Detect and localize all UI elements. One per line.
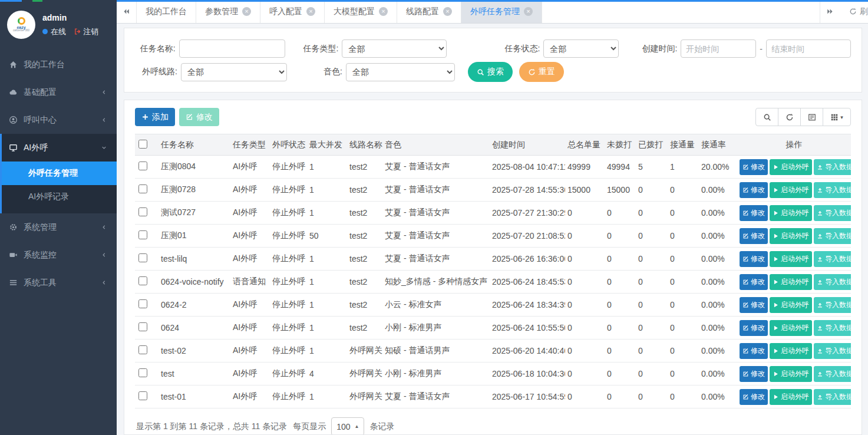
close-icon[interactable]: × <box>443 7 452 16</box>
table-cell: 1 <box>307 179 347 202</box>
table-cell: 停止外呼 <box>270 156 307 179</box>
sidebar-item-system-monitor[interactable]: 系统监控 <box>0 241 117 269</box>
sidebar-item-ai-outbound-records[interactable]: AI外呼记录 <box>2 185 117 209</box>
caret-down-icon: ▾ <box>840 114 843 120</box>
row-import-data-button[interactable]: 导入数据 <box>814 343 851 359</box>
close-icon[interactable]: × <box>306 7 315 16</box>
sidebar-menu: 我的工作台 基础配置 呼叫中心 AI外呼 外呼任 <box>0 51 117 435</box>
row-import-data-button[interactable]: 导入数据 <box>814 366 851 382</box>
row-import-data-button[interactable]: 导入数据 <box>814 274 851 290</box>
sidebar-item-workspace[interactable]: 我的工作台 <box>0 51 117 78</box>
close-icon[interactable]: × <box>379 7 388 16</box>
row-edit-button[interactable]: 修改 <box>740 297 768 313</box>
select-all-checkbox[interactable] <box>138 140 147 149</box>
row-edit-button[interactable]: 修改 <box>740 366 768 382</box>
avatar[interactable]: eazy callcenter 360 <box>7 11 35 39</box>
row-start-outbound-button[interactable]: 启动外呼 <box>770 159 812 175</box>
refresh-page-button[interactable]: 刷新 <box>840 0 868 23</box>
edit-icon <box>186 113 193 121</box>
row-checkbox[interactable] <box>138 345 147 354</box>
row-start-outbound-button[interactable]: 启动外呼 <box>770 366 812 382</box>
row-edit-button[interactable]: 修改 <box>740 159 768 175</box>
row-import-data-button[interactable]: 导入数据 <box>814 297 851 313</box>
table-columns-button[interactable]: ▾ <box>823 108 851 126</box>
table-cell: 0 <box>605 385 636 408</box>
row-checkbox[interactable] <box>138 162 147 170</box>
table-cell: test2 <box>347 317 382 340</box>
task-status-select[interactable]: 全部 <box>543 39 619 58</box>
row-start-outbound-button[interactable]: 启动外呼 <box>770 297 812 313</box>
scroll-tabs-left-button[interactable] <box>117 0 137 23</box>
row-checkbox[interactable] <box>138 184 147 193</box>
row-checkbox[interactable] <box>138 253 147 262</box>
tab-param-mgmt[interactable]: 参数管理 × <box>196 0 260 23</box>
page-size-select[interactable]: 100 ▲ <box>331 417 364 435</box>
close-icon[interactable]: × <box>524 7 533 16</box>
row-edit-button[interactable]: 修改 <box>740 320 768 336</box>
end-time-input[interactable] <box>766 39 851 58</box>
row-start-outbound-button[interactable]: 启动外呼 <box>770 182 812 198</box>
add-button[interactable]: 添加 <box>135 108 175 126</box>
row-start-outbound-button[interactable]: 启动外呼 <box>770 343 812 359</box>
row-start-outbound-button[interactable]: 启动外呼 <box>770 274 812 290</box>
tab-my-workspace[interactable]: 我的工作台 <box>137 0 196 23</box>
search-button[interactable]: 搜索 <box>468 62 513 82</box>
table-cell: 0 <box>668 362 699 385</box>
row-checkbox[interactable] <box>138 391 147 400</box>
voice-select[interactable]: 全部 <box>346 63 455 81</box>
row-edit-button[interactable]: 修改 <box>740 389 768 405</box>
sidebar-item-ai-outbound[interactable]: AI外呼 <box>2 134 117 162</box>
table-refresh-button[interactable] <box>778 108 801 126</box>
sidebar-item-outbound-task-mgmt[interactable]: 外呼任务管理 <box>2 162 117 185</box>
row-edit-button[interactable]: 修改 <box>740 343 768 359</box>
task-type-select[interactable]: 全部 <box>342 39 446 58</box>
start-time-input[interactable] <box>681 39 756 58</box>
task-name-input[interactable] <box>179 39 285 58</box>
row-edit-button[interactable]: 修改 <box>740 205 768 221</box>
table-cell: 0 <box>636 385 668 408</box>
row-checkbox[interactable] <box>138 230 147 239</box>
row-checkbox[interactable] <box>138 207 147 216</box>
logout-button[interactable]: 注销 <box>74 27 98 37</box>
row-start-outbound-button[interactable]: 启动外呼 <box>770 251 812 267</box>
row-start-outbound-button[interactable]: 启动外呼 <box>770 228 812 244</box>
row-import-data-button[interactable]: 导入数据 <box>814 320 851 336</box>
row-edit-button[interactable]: 修改 <box>740 182 768 198</box>
row-checkbox[interactable] <box>138 276 147 285</box>
reset-button[interactable]: 重置 <box>519 62 564 82</box>
table-cell: AI外呼 <box>230 340 270 362</box>
row-import-data-button[interactable]: 导入数据 <box>814 205 851 221</box>
row-edit-button[interactable]: 修改 <box>740 274 768 290</box>
row-start-outbound-button[interactable]: 启动外呼 <box>770 205 812 221</box>
table-cell: 2025-06-26 16:36:06 <box>490 248 565 271</box>
row-import-data-button[interactable]: 导入数据 <box>814 251 851 267</box>
sidebar-item-basic-config[interactable]: 基础配置 <box>0 78 117 106</box>
sidebar-item-system-tools[interactable]: 系统工具 <box>0 269 117 296</box>
row-edit-button[interactable]: 修改 <box>740 228 768 244</box>
row-checkbox[interactable] <box>138 368 147 377</box>
tab-inbound-config[interactable]: 呼入配置 × <box>260 0 325 23</box>
scroll-tabs-right-button[interactable] <box>820 0 840 23</box>
row-import-data-button[interactable]: 导入数据 <box>814 389 851 405</box>
outbound-line-select[interactable]: 全部 <box>181 63 287 81</box>
sidebar-item-system-mgmt[interactable]: 系统管理 <box>0 213 117 241</box>
close-icon[interactable]: × <box>242 7 251 16</box>
row-start-outbound-button[interactable]: 启动外呼 <box>770 389 812 405</box>
row-checkbox[interactable] <box>138 322 147 331</box>
tab-llm-config[interactable]: 大模型配置 × <box>325 0 397 23</box>
tab-line-config[interactable]: 线路配置 × <box>397 0 461 23</box>
table-detail-view-button[interactable] <box>800 108 823 126</box>
per-page-prefix: 每页显示 <box>293 421 326 432</box>
row-import-data-button[interactable]: 导入数据 <box>814 182 851 198</box>
table-cell: 2025-06-24 18:34:39 <box>490 294 565 317</box>
row-import-data-button[interactable]: 导入数据 <box>814 228 851 244</box>
row-import-data-button[interactable]: 导入数据 <box>814 159 851 175</box>
table-cell: 知硕 - 普通话男声 <box>382 340 490 362</box>
sidebar-item-call-center[interactable]: 呼叫中心 <box>0 106 117 134</box>
tab-outbound-task-mgmt[interactable]: 外呼任务管理 × <box>461 0 542 23</box>
table-search-button[interactable] <box>755 108 778 126</box>
row-checkbox[interactable] <box>138 299 147 308</box>
row-edit-button[interactable]: 修改 <box>740 251 768 267</box>
row-start-outbound-button[interactable]: 启动外呼 <box>770 320 812 336</box>
edit-button[interactable]: 修改 <box>179 108 219 126</box>
